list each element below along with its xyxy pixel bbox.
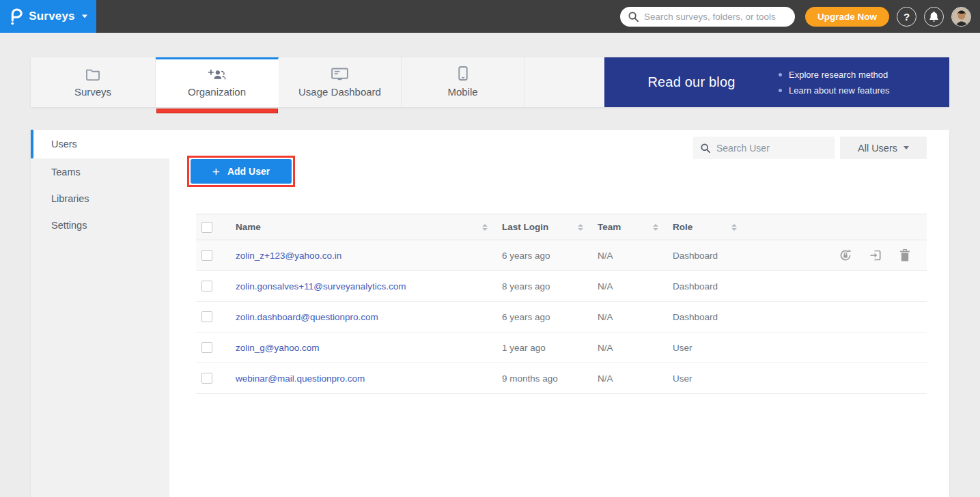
add-user-annotation: + Add User [187,156,295,187]
questionpro-logo-icon [8,8,23,25]
help-button[interactable]: ? [897,7,916,27]
column-header-name: Name [236,222,261,232]
user-email-link[interactable]: zolin.dashboard@questionpro.com [227,312,493,322]
search-icon [628,12,639,22]
table-row: webinar@mail.questionpro.com 9 months ag… [196,363,927,394]
section-tabs: Surveys Organization Usage Dashboard [31,57,949,107]
add-user-button[interactable]: + Add User [191,159,292,184]
user-email-link[interactable]: zolin_g@yahoo.com [227,343,493,353]
sort-name-icon[interactable] [482,224,488,231]
row-checkbox[interactable] [201,281,212,292]
sidebar-item-users[interactable]: Users [31,130,169,158]
tab-mobile[interactable]: Mobile [402,57,524,107]
banner-bullet: Learn about new features [779,83,889,98]
last-login-value: 8 years ago [493,281,589,292]
table-header-row: Name Last Login Team Role [196,214,927,240]
last-login-value: 6 years ago [493,312,589,322]
question-mark-icon: ? [904,11,910,23]
user-email-link[interactable]: zolin_z+123@yahoo.co.in [227,251,493,261]
chevron-down-icon [904,146,909,150]
column-header-last-login: Last Login [502,222,548,232]
global-search [620,7,795,27]
upgrade-now-button[interactable]: Upgrade Now [805,7,889,27]
product-switcher[interactable]: Surveys [0,0,96,33]
user-search-box [693,137,835,159]
team-value: N/A [589,312,664,322]
role-value: Dashboard [664,251,742,261]
user-filter-dropdown[interactable]: All Users [840,137,927,159]
sidebar-item-libraries[interactable]: Libraries [31,185,169,212]
sidebar-item-teams[interactable]: Teams [31,158,169,185]
folder-icon [85,67,100,81]
role-value: User [664,343,742,353]
people-add-icon [208,67,226,81]
last-login-value: 6 years ago [493,251,589,261]
sort-last-login-icon[interactable] [578,224,583,231]
row-checkbox[interactable] [201,250,212,261]
users-table: Name Last Login Team Role [196,214,927,394]
organization-sidebar: Users Teams Libraries Settings [31,130,169,497]
bell-icon [929,12,938,22]
users-content: + Add User All Users Name [169,130,949,497]
team-value: N/A [589,373,664,384]
user-email-link[interactable]: zolin.gonsalves+11@surveyanalytics.com [227,281,493,292]
role-value: User [664,373,742,384]
team-value: N/A [589,251,664,261]
tab-label: Surveys [74,86,111,98]
user-filter-row: All Users [693,137,927,159]
tab-label: Usage Dashboard [298,86,381,98]
user-avatar[interactable] [951,7,971,27]
sort-role-icon[interactable] [731,224,737,231]
banner-bullet: Explore research method [779,67,889,83]
last-login-value: 9 months ago [493,373,589,384]
product-label: Surveys [29,10,75,23]
select-all-checkbox[interactable] [201,222,212,233]
tab-surveys[interactable]: Surveys [31,57,156,107]
banner-bullet-list: Explore research method Learn about new … [779,67,889,98]
login-as-user-icon[interactable] [869,249,882,261]
user-search-input[interactable] [716,143,840,154]
search-icon [701,143,710,153]
plus-icon: + [212,165,220,178]
table-row: zolin.dashboard@questionpro.com 6 years … [196,302,927,332]
avatar-photo [952,8,971,27]
top-bar: Surveys Upgrade Now ? [0,0,980,33]
sidebar-item-settings[interactable]: Settings [31,212,169,238]
global-search-input[interactable] [644,12,787,22]
table-row: zolin_g@yahoo.com 1 year ago N/A User [196,332,927,363]
column-header-team: Team [598,222,621,232]
table-row: zolin_z+123@yahoo.co.in 6 years ago N/A … [196,240,927,271]
organization-tab-annotation [156,109,278,113]
chevron-down-icon [82,15,87,18]
dashboard-icon [331,67,348,81]
mobile-icon [458,67,468,81]
tab-label: Organization [188,86,246,98]
main-panel: Users Teams Libraries Settings + Add Use… [31,130,949,497]
team-value: N/A [589,281,664,292]
row-checkbox[interactable] [201,342,212,353]
row-checkbox[interactable] [201,373,212,384]
row-checkbox[interactable] [201,311,212,322]
column-header-role: Role [673,222,692,232]
table-row: zolin.gonsalves+11@surveyanalytics.com 8… [196,271,927,302]
role-value: Dashboard [664,312,742,322]
user-email-link[interactable]: webinar@mail.questionpro.com [227,373,493,384]
tab-usage-dashboard[interactable]: Usage Dashboard [279,57,402,107]
tabstrip-filler [524,57,604,107]
banner-title: Read our blog [604,74,779,90]
delete-user-icon[interactable] [899,249,910,261]
team-value: N/A [589,343,664,353]
last-login-value: 1 year ago [493,343,589,353]
role-value: Dashboard [664,281,742,292]
tab-label: Mobile [447,86,477,98]
blog-banner[interactable]: Read our blog Explore research method Le… [604,57,949,107]
tab-organization[interactable]: Organization [156,57,279,107]
notifications-button[interactable] [924,7,944,27]
reset-password-icon[interactable] [839,249,852,261]
sort-team-icon[interactable] [653,224,658,231]
